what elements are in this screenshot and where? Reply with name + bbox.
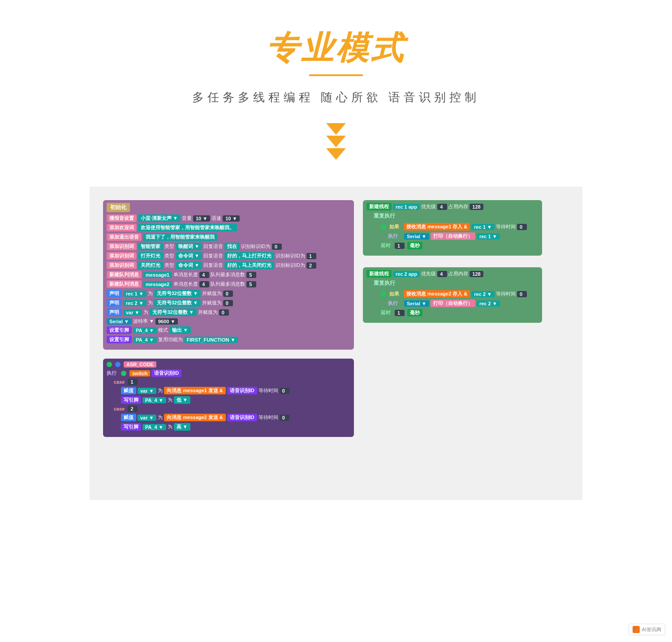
chip-asr-id2: 语音识别ID <box>227 414 257 421</box>
chip-exit-text: 我退下了，用智能管家来唤醒我 <box>143 233 217 241</box>
chip-word3-reply: 好的，马上关闭灯光 <box>224 261 274 269</box>
chip-serial: Serial ▼ <box>107 318 132 325</box>
row-case2-assign: 赋值 var ▼ 为 向消息 message2 发送 & 语音识别ID 等待时间… <box>121 414 350 421</box>
chip-decl1: 声明 <box>107 290 122 297</box>
chip-word2-name: 打开灯光 <box>138 252 163 260</box>
chip-print2-val: rec 2 ▼ <box>477 300 500 307</box>
chip-if2-wait: 0 <box>517 291 527 297</box>
arrow-down-1 <box>326 123 346 135</box>
chip-word3-id: 2 <box>306 262 316 269</box>
rec1-thread-block: 新建线程 rec 1 app 优先级 4 占用内存 128 重复执行 如果 <box>363 200 542 256</box>
arrow-down-2 <box>326 136 346 147</box>
chip-asr-code: ASR_CODE <box>124 361 156 368</box>
chip-print1: 打印（自动换行） <box>431 232 475 240</box>
chip-delay2: 1 <box>395 310 405 316</box>
chip-pin1-mode: 输出 ▼ <box>169 326 191 334</box>
chip-vol: 10 ▼ <box>193 215 210 222</box>
row-rec2-if: 如果 接收消息 message2 存入 & rec 2 ▼ 等待时间 0 <box>381 290 538 298</box>
case1-body: 赋值 var ▼ 为 向消息 message1 发送 & 语音识别ID 等待时间… <box>121 387 350 404</box>
chip-write1: 写引脚 <box>121 396 141 404</box>
row-new-queue1: 新建队列消息 message1 单消息长度 4 队列最多消息数 5 <box>107 271 350 278</box>
chip-case2-num: 2 <box>128 406 138 412</box>
chip-pin2-name: PA_4 ▼ <box>133 337 157 343</box>
chip-word2-id: 1 <box>306 253 316 259</box>
chip-assign1: 赋值 <box>121 387 136 394</box>
row-new-queue2: 新建队列消息 message2 单消息长度 4 队列最多消息数 5 <box>107 280 350 288</box>
code-section: 初始化 播报音设置 小蛮·清新女声 ▼ 音量 10 ▼ 语速 10 ▼ 添加欢迎… <box>90 187 582 500</box>
chip-rec2-app: rec 2 app <box>393 271 420 277</box>
chip-print1-val: rec 1 ▼ <box>477 233 500 240</box>
chip-var: var ▼ <box>123 309 142 316</box>
chip-rec2-val: 0 <box>223 300 233 306</box>
chip-queue2-len: 4 <box>199 281 209 287</box>
chip-ms2: 毫秒 <box>407 309 422 317</box>
subtitle: 多任务多线程编程 随心所欲 语音识别控制 <box>99 90 573 105</box>
row-asr-header: ASR_CODE <box>107 361 350 368</box>
rec1-exec-block: 执行 Serial ▼ 打印（自动换行） rec 1 ▼ <box>388 232 538 240</box>
row-add-word3: 添加识别词 关闭灯光 类型 命令词 ▼ 回复语音 好的，马上关闭灯光 识别标识I… <box>107 261 350 269</box>
chip-assign2: 赋值 <box>121 414 136 421</box>
chip-pin-w1: PA_4 ▼ <box>142 397 166 403</box>
left-column: 初始化 播报音设置 小蛮·清新女声 ▼ 音量 10 ▼ 语速 10 ▼ 添加欢迎… <box>103 200 354 440</box>
rec1-delay-block: 延时 1 毫秒 <box>381 242 538 249</box>
chip-queue1-len: 4 <box>199 272 209 278</box>
chip-pin2-func: FIRST_FUNCTION ▼ <box>184 337 238 343</box>
main-title: 专业模式 <box>99 27 573 70</box>
row-case1-assign: 赋值 var ▼ 为 向消息 message1 发送 & 语音识别ID 等待时间… <box>121 387 350 394</box>
row-rec2-header: 新建线程 rec 2 app 优先级 4 占用内存 128 <box>366 270 538 278</box>
header-section: 专业模式 多任务多线程编程 随心所欲 语音识别控制 <box>90 0 582 187</box>
chip-add-greet: 添加欢迎词 <box>107 224 137 231</box>
row-pin-func: 设置引脚 PA_4 ▼ 复用功能为 FIRST_FUNCTION ▼ <box>107 336 350 343</box>
chip-wait2: 0 <box>280 415 289 421</box>
chip-add-word1: 添加识别词 <box>107 243 137 250</box>
row-case2: case 2 <box>114 406 350 412</box>
chip-serial2: Serial ▼ <box>404 300 429 307</box>
chip-print2: 打印（自动换行） <box>431 300 475 307</box>
row-rec1-if: 如果 接收消息 message1 存入 & rec 1 ▼ 等待时间 0 <box>381 223 538 231</box>
dot-asr-1 <box>107 362 112 367</box>
chip-add-word2: 添加识别词 <box>107 252 137 260</box>
chip-rec1-prio: 4 <box>437 204 447 210</box>
row-rec2-repeat: 重复执行 <box>374 279 538 288</box>
rec2-if-block: 如果 接收消息 message2 存入 & rec 2 ▼ 等待时间 0 执行 <box>381 290 538 307</box>
row-add-exit: 添加退出语音 我退下了，用智能管家来唤醒我 <box>107 233 350 241</box>
chip-voice-name: 小蛮·清新女声 ▼ <box>138 214 181 222</box>
chip-var2: var ▼ <box>138 415 156 421</box>
asr-block: ASR_CODE 执行 switch 语音识别ID case 1 <box>103 359 354 437</box>
row-add-greeting: 添加欢迎词 欢迎使用智能管家，用智能管家来唤醒我。 <box>107 224 350 231</box>
chip-speech-set: 播报音设置 <box>107 214 137 222</box>
dot-asr-2 <box>115 362 121 367</box>
chip-recv-rec2: rec 2 ▼ <box>471 291 495 297</box>
chip-var1: var ▼ <box>138 388 156 394</box>
chip-add-word3: 添加识别词 <box>107 261 137 269</box>
case2-block: case 2 赋值 var ▼ 为 向消息 message2 发送 & 语音识别… <box>114 406 350 431</box>
row-rec1-exec: 执行 Serial ▼ 打印（自动换行） rec 1 ▼ <box>388 232 538 240</box>
row-add-word1: 添加识别词 智能管家 类型 唤醒词 ▼ 回复语音 找在 识别标识ID为 0 <box>107 243 350 250</box>
chip-rec1-thread: 新建线程 <box>366 203 392 210</box>
chip-rec1-app: rec 1 app <box>393 204 420 210</box>
chip-add-exit: 添加退出语音 <box>107 233 142 241</box>
chip-word1-reply: 找在 <box>224 243 240 250</box>
chip-rec1-mem: 128 <box>470 204 483 210</box>
rec1-repeat-block: 重复执行 如果 接收消息 message1 存入 & rec 1 ▼ 等待时间 … <box>374 212 538 249</box>
right-column: 新建线程 rec 1 app 优先级 4 占用内存 128 重复执行 如果 <box>363 200 542 325</box>
chip-asr-id: 语音识别ID <box>151 369 181 377</box>
chip-rec2: rec 2 ▼ <box>123 300 146 306</box>
chip-switch: switch <box>129 370 150 377</box>
chip-queue2-max: 5 <box>246 281 256 287</box>
chip-pin-w2: PA_4 ▼ <box>142 424 166 430</box>
chip-rec2-mem: 128 <box>470 271 483 277</box>
chip-new-queue1: 新建队列消息 <box>107 271 142 278</box>
case1-block: case 1 赋值 var ▼ 为 向消息 message1 发送 & 语音识别… <box>114 379 350 404</box>
chip-rec1: rec 1 ▼ <box>123 291 146 297</box>
row-serial-baud: Serial ▼ 波特率 ▼ 9600 ▼ <box>107 318 350 325</box>
chip-word3-type: 命令词 ▼ <box>176 261 202 269</box>
dot-exec <box>121 371 126 376</box>
case2-body: 赋值 var ▼ 为 向消息 message2 发送 & 语音识别ID 等待时间… <box>121 414 350 431</box>
dot-if2 <box>381 291 386 297</box>
row-declare-rec1: 声明 rec 1 ▼ 为 无符号32位整数 ▼ 并赋值为 0 <box>107 290 350 297</box>
chip-var-type: 无符号32位整数 ▼ <box>150 308 196 316</box>
chip-wait1: 0 <box>280 388 289 394</box>
chip-word2-reply: 好的，马上打开灯光 <box>224 252 274 260</box>
chip-set-pin1: 设置引脚 <box>107 326 132 334</box>
